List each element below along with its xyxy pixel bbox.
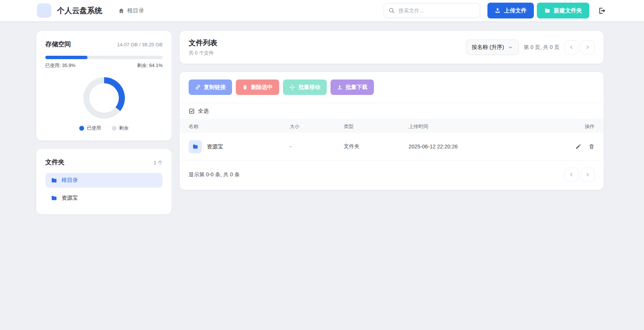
select-all-control[interactable]: 全选 (180, 103, 604, 120)
folder-list: 根目录 资源宝 (45, 173, 163, 205)
table-prev-page-button[interactable] (564, 168, 578, 182)
download-icon (337, 84, 343, 90)
chevron-right-icon (585, 172, 590, 177)
navbar-right: 上传文件 新建文件夹 (384, 3, 606, 18)
pencil-icon (575, 144, 581, 150)
folder-item-ziyuanbao[interactable]: 资源宝 (45, 191, 163, 205)
batch-actions-row: 复制链接 删除选中 批量移动 (180, 72, 604, 103)
table-row[interactable]: 资源宝 - 文件夹 2025-06-12 22:20:26 (180, 133, 604, 160)
batch-move-label: 批量移动 (298, 84, 320, 91)
sidebar: 存储空间 14.07 GB / 39.25 GB 已使用: 35.9% 剩余: … (36, 31, 172, 214)
page-content: 存储空间 14.07 GB / 39.25 GB 已使用: 35.9% 剩余: … (0, 21, 644, 214)
upload-button-label: 上传文件 (504, 7, 527, 14)
delete-selected-button[interactable]: 删除选中 (236, 79, 279, 95)
link-icon (195, 84, 201, 90)
search-box (384, 3, 480, 18)
sort-select[interactable]: 按名称 (升序) (466, 40, 519, 55)
select-all-label: 全选 (198, 108, 209, 115)
rows-info: 显示第 0-0 条, 共 0 条 (189, 171, 240, 178)
move-icon (289, 84, 295, 90)
legend-free-label: 剩余 (119, 125, 129, 131)
trash-icon (589, 144, 595, 150)
folder-icon (192, 144, 198, 150)
legend-dot-used (79, 126, 84, 131)
legend-used-label: 已使用 (87, 125, 101, 131)
logout-button[interactable] (598, 7, 606, 15)
table-header-row: 名称 大小 类型 上传时间 操作 (180, 120, 604, 133)
table-next-page-button[interactable] (581, 168, 595, 182)
breadcrumb-label: 根目录 (127, 7, 144, 14)
breadcrumb[interactable]: 根目录 (118, 7, 144, 14)
copy-link-button[interactable]: 复制链接 (189, 79, 232, 95)
navbar: 个人云盘系统 根目录 上传文件 新建文件夹 (0, 0, 644, 21)
chevron-left-icon (569, 44, 574, 50)
col-header-uploaded: 上传时间 (409, 123, 566, 130)
edit-button[interactable] (575, 144, 581, 150)
batch-download-label: 批量下载 (346, 84, 367, 91)
folders-title: 文件夹 (45, 158, 65, 167)
storage-usage-text: 14.07 GB / 39.25 GB (117, 42, 163, 47)
folder-item-root[interactable]: 根目录 (45, 173, 163, 188)
folder-icon (51, 177, 57, 184)
next-page-button[interactable] (581, 40, 595, 54)
new-folder-button[interactable]: 新建文件夹 (537, 3, 589, 18)
trash-icon (242, 84, 248, 90)
sign-out-icon (598, 7, 606, 15)
delete-selected-label: 删除选中 (251, 84, 273, 91)
file-table-card: 复制链接 删除选中 批量移动 (180, 72, 604, 190)
file-name[interactable]: 资源宝 (207, 143, 223, 150)
chevron-down-icon (508, 45, 513, 50)
col-header-size: 大小 (290, 123, 344, 130)
file-count-subtitle: 共 0 个文件 (189, 50, 217, 57)
col-header-type: 类型 (344, 123, 409, 130)
col-header-actions: 操作 (566, 123, 595, 130)
batch-move-button[interactable]: 批量移动 (283, 79, 327, 95)
file-size: - (290, 144, 344, 150)
page-info: 第 0 页, 共 0 页 (524, 44, 559, 51)
new-folder-button-label: 新建文件夹 (554, 7, 582, 14)
folder-icon (544, 8, 550, 14)
app-logo (37, 3, 51, 18)
upload-icon (495, 8, 501, 14)
delete-button[interactable] (589, 144, 595, 150)
legend-item-free: 剩余 (112, 125, 129, 131)
file-list-header-card: 文件列表 共 0 个文件 按名称 (升序) 第 0 页, 共 0 页 (180, 31, 604, 64)
col-header-name: 名称 (189, 123, 290, 130)
file-type: 文件夹 (344, 143, 409, 150)
copy-link-label: 复制链接 (204, 84, 226, 91)
storage-used-label: 已使用: 35.9% (45, 63, 75, 69)
main-area: 文件列表 共 0 个文件 按名称 (升序) 第 0 页, 共 0 页 (180, 31, 604, 190)
upload-file-button[interactable]: 上传文件 (487, 3, 534, 18)
checkbox-checked-icon (189, 108, 195, 114)
legend-dot-free (112, 126, 117, 131)
folders-card: 文件夹 1 个 根目录 资源宝 (36, 149, 172, 214)
chevron-left-icon (569, 172, 574, 177)
home-icon (118, 8, 124, 14)
legend-item-used: 已使用 (79, 125, 101, 131)
storage-legend: 已使用 剩余 (45, 125, 163, 131)
storage-progress-fill (45, 56, 88, 59)
folder-icon (51, 195, 57, 202)
storage-card: 存储空间 14.07 GB / 39.25 GB 已使用: 35.9% 剩余: … (36, 31, 172, 141)
storage-donut-chart (83, 77, 125, 119)
folder-item-label: 资源宝 (61, 194, 78, 202)
folders-count: 1 个 (154, 159, 163, 166)
file-type-chip (189, 140, 202, 153)
folder-item-label: 根目录 (61, 177, 78, 184)
storage-title: 存储空间 (45, 40, 71, 49)
file-list-title: 文件列表 (189, 38, 217, 48)
app-title: 个人云盘系统 (57, 6, 102, 16)
search-icon (388, 7, 395, 14)
prev-page-button[interactable] (564, 40, 578, 54)
search-input[interactable] (384, 3, 480, 18)
file-uploaded: 2025-06-12 22:20:26 (409, 144, 566, 150)
storage-progress-bar (45, 56, 163, 59)
sort-select-value: 按名称 (升序) (472, 44, 504, 51)
table-footer: 显示第 0-0 条, 共 0 条 (180, 160, 604, 190)
batch-download-button[interactable]: 批量下载 (330, 79, 374, 95)
chevron-right-icon (585, 44, 590, 50)
storage-free-label: 剩余: 64.1% (137, 63, 163, 69)
